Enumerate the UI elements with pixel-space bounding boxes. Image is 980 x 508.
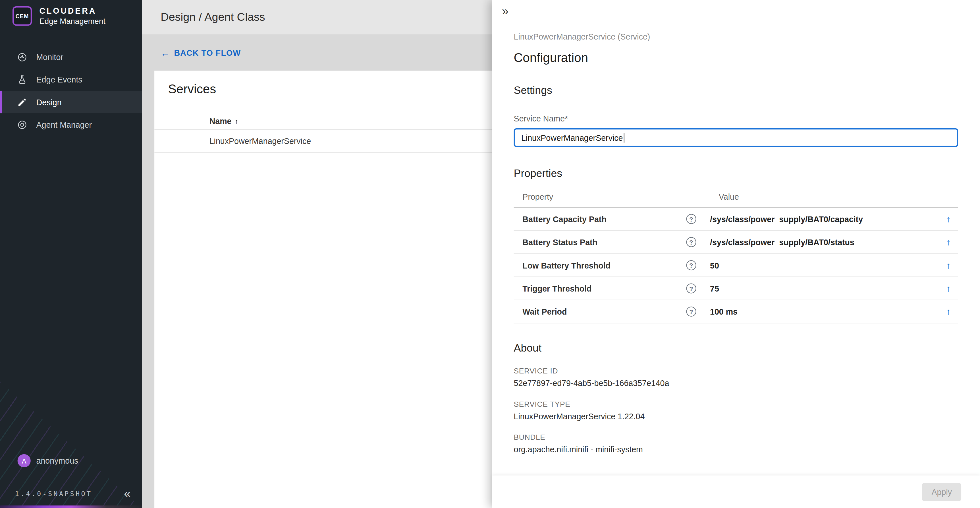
property-name: Trigger Threshold bbox=[522, 284, 592, 293]
property-row: Wait Period ? 100 ms ↑ bbox=[514, 300, 958, 323]
properties-header-row: Property Value bbox=[514, 192, 958, 208]
bundle-value: org.apache.nifi.minifi - minifi-system bbox=[514, 445, 958, 454]
property-value: /sys/class/power_supply/BAT0/capacity bbox=[710, 214, 863, 224]
avatar: A bbox=[18, 454, 31, 467]
service-type-value: LinuxPowerManagerService 1.22.04 bbox=[514, 412, 958, 421]
cem-logo-text: CEM bbox=[15, 13, 29, 19]
property-name: Battery Status Path bbox=[522, 238, 597, 247]
text-caret bbox=[624, 133, 624, 142]
property-name: Battery Capacity Path bbox=[522, 214, 606, 224]
goto-parameter-icon[interactable]: ↑ bbox=[946, 307, 950, 316]
bundle-group: BUNDLE org.apache.nifi.minifi - minifi-s… bbox=[514, 433, 958, 454]
service-name-label: Service Name* bbox=[514, 114, 958, 123]
sidebar-item-agent-manager[interactable]: Agent Manager bbox=[0, 113, 142, 136]
brand-name: CLOUDERA bbox=[40, 6, 105, 16]
settings-heading: Settings bbox=[514, 85, 958, 97]
sidebar-item-edge-events[interactable]: Edge Events bbox=[0, 68, 142, 91]
sidebar-accent-bar bbox=[0, 505, 142, 508]
help-icon[interactable]: ? bbox=[686, 260, 696, 270]
property-name: Wait Period bbox=[522, 307, 567, 316]
service-id-label: SERVICE ID bbox=[514, 367, 958, 375]
property-value: 100 ms bbox=[710, 307, 738, 316]
service-type-label: SERVICE TYPE bbox=[514, 399, 958, 409]
property-name: Low Battery Threshold bbox=[522, 260, 611, 270]
version-label: 1.4.0-SNAPSHOT bbox=[15, 489, 92, 497]
sort-ascending-icon: ↑ bbox=[235, 117, 239, 125]
brand: CEM CLOUDERA Edge Management bbox=[0, 0, 142, 26]
service-name-input[interactable]: LinuxPowerManagerService bbox=[514, 128, 958, 147]
monitor-icon bbox=[16, 51, 27, 62]
sidebar-item-monitor[interactable]: Monitor bbox=[0, 46, 142, 68]
value-column-header: Value bbox=[710, 192, 958, 208]
property-column-header: Property bbox=[514, 192, 710, 208]
help-icon[interactable]: ? bbox=[686, 283, 696, 293]
design-pen-icon bbox=[16, 96, 27, 108]
target-icon bbox=[16, 119, 27, 130]
sidebar-item-label: Edge Events bbox=[37, 75, 83, 84]
back-to-flow-label: BACK TO FLOW bbox=[174, 48, 241, 57]
sidebar-item-label: Design bbox=[37, 97, 62, 107]
bundle-label: BUNDLE bbox=[514, 433, 958, 442]
breadcrumb: Design / Agent Class bbox=[161, 11, 265, 24]
goto-parameter-icon[interactable]: ↑ bbox=[946, 237, 950, 247]
goto-parameter-icon[interactable]: ↑ bbox=[946, 283, 950, 293]
help-icon[interactable]: ? bbox=[686, 307, 696, 316]
property-row: Low Battery Threshold ? 50 ↑ bbox=[514, 254, 958, 277]
brand-product: Edge Management bbox=[40, 17, 105, 26]
apply-button[interactable]: Apply bbox=[922, 483, 961, 501]
property-row: Battery Capacity Path ? /sys/class/power… bbox=[514, 208, 958, 230]
sidebar: CEM CLOUDERA Edge Management Monitor bbox=[0, 0, 142, 508]
version-row: 1.4.0-SNAPSHOT « bbox=[0, 487, 142, 508]
panel-footer: Apply bbox=[492, 476, 980, 508]
name-column-label: Name bbox=[210, 116, 232, 126]
sidebar-item-label: Monitor bbox=[37, 52, 64, 62]
service-id-group: SERVICE ID 52e77897-ed79-4ab5-be5b-166a3… bbox=[514, 367, 958, 388]
property-row: Trigger Threshold ? 75 ↑ bbox=[514, 277, 958, 300]
help-icon[interactable]: ? bbox=[686, 237, 696, 247]
user-name: anonymous bbox=[37, 456, 78, 465]
goto-parameter-icon[interactable]: ↑ bbox=[946, 260, 950, 270]
property-value: /sys/class/power_supply/BAT0/status bbox=[710, 238, 854, 247]
configuration-panel: » LinuxPowerManagerService (Service) Con… bbox=[492, 0, 980, 508]
service-type-group: SERVICE TYPE LinuxPowerManagerService 1.… bbox=[514, 399, 958, 421]
goto-parameter-icon[interactable]: ↑ bbox=[946, 214, 950, 224]
app-root: CEM CLOUDERA Edge Management Monitor bbox=[0, 0, 980, 508]
back-arrow-icon: ← bbox=[161, 47, 170, 58]
property-row: Battery Status Path ? /sys/class/power_s… bbox=[514, 231, 958, 254]
properties-table: Property Value Battery Capacity Path ? /… bbox=[514, 192, 958, 323]
property-value: 50 bbox=[710, 260, 719, 270]
collapse-panel-icon[interactable]: » bbox=[502, 5, 509, 17]
collapse-sidebar-icon[interactable]: « bbox=[124, 487, 130, 499]
panel-subtitle: LinuxPowerManagerService (Service) bbox=[514, 0, 958, 41]
properties-heading: Properties bbox=[514, 168, 958, 180]
sidebar-item-design[interactable]: Design bbox=[0, 91, 142, 113]
cem-logo-icon: CEM bbox=[13, 6, 32, 26]
back-to-flow-link[interactable]: ← BACK TO FLOW bbox=[161, 47, 241, 58]
about-heading: About bbox=[514, 342, 958, 355]
flask-icon bbox=[16, 74, 27, 85]
user-chip[interactable]: A anonymous bbox=[0, 454, 142, 467]
property-value: 75 bbox=[710, 284, 719, 293]
sidebar-bottom: A anonymous 1.4.0-SNAPSHOT « bbox=[0, 454, 142, 508]
service-id-value: 52e77897-ed79-4ab5-be5b-166a357e140a bbox=[514, 379, 958, 388]
brand-text: CLOUDERA Edge Management bbox=[40, 6, 105, 26]
service-name-value: LinuxPowerManagerService bbox=[521, 133, 623, 142]
sidebar-item-label: Agent Manager bbox=[37, 120, 92, 129]
panel-content: » LinuxPowerManagerService (Service) Con… bbox=[492, 0, 980, 476]
sidebar-nav: Monitor Edge Events bbox=[0, 46, 142, 136]
panel-title: Configuration bbox=[514, 51, 958, 65]
help-icon[interactable]: ? bbox=[686, 214, 696, 224]
